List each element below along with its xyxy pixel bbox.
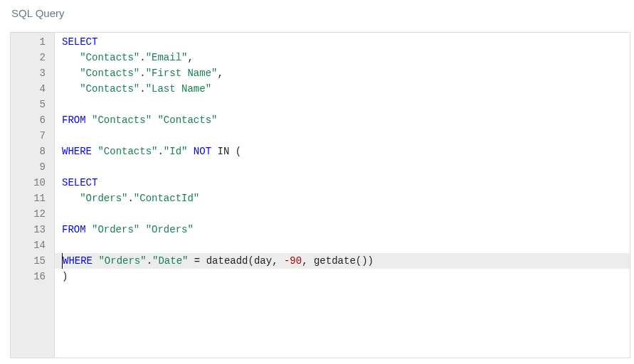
- line-number: 2: [11, 50, 54, 65]
- code-line[interactable]: [62, 128, 630, 144]
- line-number: 4: [11, 81, 54, 97]
- code-line[interactable]: WHERE "Orders"."Date" = dateadd(day, -90…: [55, 253, 630, 269]
- code-line[interactable]: "Contacts"."Email",: [62, 50, 630, 65]
- line-number: 15: [11, 253, 54, 269]
- line-number: 13: [11, 222, 54, 237]
- code-line[interactable]: [62, 206, 630, 222]
- code-line[interactable]: [62, 97, 630, 112]
- line-number: 12: [11, 206, 54, 222]
- line-number: 9: [11, 159, 54, 175]
- line-number-gutter: 12345678910111213141516: [11, 33, 55, 358]
- line-number: 8: [11, 144, 54, 159]
- code-editor[interactable]: 12345678910111213141516 SELECT "Contacts…: [10, 32, 630, 358]
- line-number: 1: [11, 34, 54, 50]
- line-number: 7: [11, 128, 54, 144]
- code-line[interactable]: FROM "Orders" "Orders": [62, 222, 630, 237]
- code-line[interactable]: "Contacts"."Last Name": [62, 81, 630, 97]
- line-number: 10: [11, 175, 54, 191]
- text-cursor: [62, 253, 63, 269]
- code-line[interactable]: [62, 159, 630, 175]
- code-line[interactable]: WHERE "Contacts"."Id" NOT IN (: [62, 144, 630, 159]
- line-number: 5: [11, 97, 54, 112]
- line-number: 14: [11, 237, 54, 253]
- line-number: 3: [11, 65, 54, 81]
- code-line[interactable]: [62, 237, 630, 253]
- panel-title: SQL Query: [11, 7, 634, 19]
- code-line[interactable]: SELECT: [62, 175, 630, 191]
- code-line[interactable]: "Orders"."ContactId": [62, 191, 630, 206]
- line-number: 6: [11, 112, 54, 128]
- code-line[interactable]: ): [62, 269, 630, 284]
- code-line[interactable]: "Contacts"."First Name",: [62, 65, 630, 81]
- line-number: 11: [11, 191, 54, 206]
- line-number: 16: [11, 269, 54, 284]
- code-area[interactable]: SELECT "Contacts"."Email", "Contacts"."F…: [55, 33, 630, 358]
- code-line[interactable]: FROM "Contacts" "Contacts": [62, 112, 630, 128]
- sql-query-panel: SQL Query 12345678910111213141516 SELECT…: [0, 0, 634, 358]
- code-line[interactable]: SELECT: [62, 34, 630, 50]
